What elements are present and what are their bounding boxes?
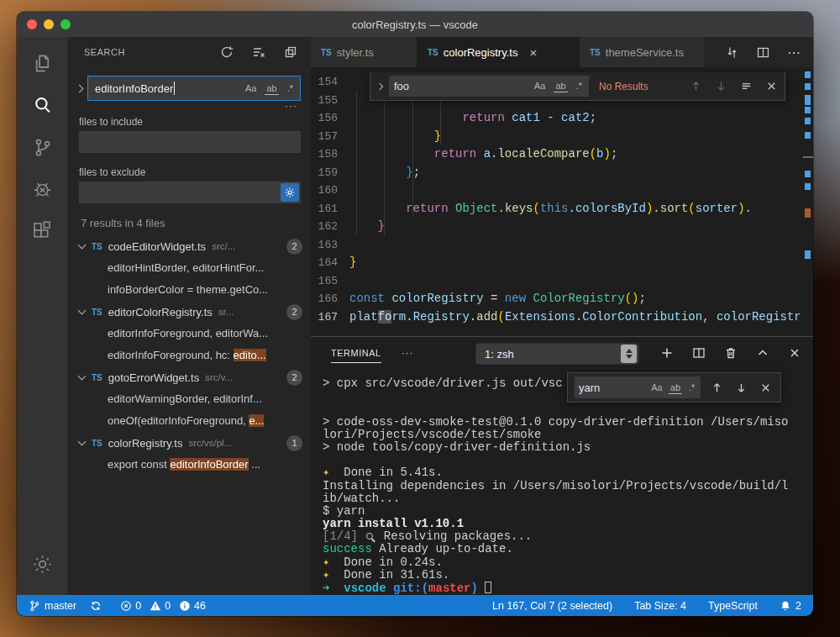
activitybar-source-control[interactable] <box>17 126 67 168</box>
code-line[interactable]: 159 }; <box>311 164 801 182</box>
activitybar-extensions[interactable] <box>17 210 67 252</box>
new-terminal-icon[interactable] <box>660 346 674 360</box>
open-changes-icon[interactable] <box>725 45 739 60</box>
chevron-down-icon[interactable] <box>78 241 87 250</box>
terminal-find-input[interactable]: yarn Aa ab .* <box>575 376 701 398</box>
git-branch-item[interactable]: master <box>29 600 76 612</box>
search-sidebar: SEARCH editorInfoBorder <box>67 37 311 595</box>
terminal-output[interactable]: > cpx src/vscode/driver.js out/vsc> code… <box>323 377 810 594</box>
warnings-icon <box>150 600 161 612</box>
terminal-tab[interactable]: TERMINAL <box>331 348 381 363</box>
match-case-toggle[interactable]: Aa <box>244 82 258 95</box>
search-result-match-row[interactable]: oneOf(editorInfoForeground, e... <box>67 410 311 432</box>
split-editor-icon[interactable] <box>756 45 770 60</box>
find-previous-icon[interactable] <box>690 80 702 92</box>
activitybar-search[interactable] <box>17 84 67 126</box>
search-result-match-row[interactable]: infoBorderColor = theme.getCo... <box>67 279 311 301</box>
code-line[interactable]: 162 } <box>311 218 801 236</box>
language-mode-item[interactable]: TypeScript <box>708 600 758 612</box>
search-result-match-row[interactable]: editorInfoForeground, editorWa... <box>67 323 311 345</box>
search-result-file-row[interactable]: TScolorRegistry.tssrc/vs/pl...1 <box>67 432 311 454</box>
settings-gear-button[interactable] <box>17 543 67 585</box>
clear-results-icon[interactable] <box>252 45 265 59</box>
close-panel-icon[interactable] <box>788 346 801 360</box>
code-line[interactable]: 166const colorRegistry = new ColorRegist… <box>311 290 801 308</box>
cursor-position-item[interactable]: Ln 167, Col 7 (2 selected) <box>492 600 612 612</box>
tab-themeservice[interactable]: TS themeService.ts <box>580 37 706 67</box>
extensions-icon <box>31 220 54 243</box>
overview-ruler-mark <box>805 132 811 139</box>
exclude-settings-gear-icon <box>284 187 296 198</box>
zoom-window-button[interactable] <box>60 19 71 29</box>
match-case-toggle[interactable]: Aa <box>649 382 664 394</box>
regex-toggle[interactable]: .* <box>286 82 295 95</box>
sync-changes-item[interactable] <box>90 600 102 612</box>
sidebar-title: SEARCH <box>84 47 125 57</box>
search-result-match-row[interactable]: editorHintBorder, editorHintFor... <box>67 257 311 279</box>
activitybar-debug[interactable] <box>17 168 67 210</box>
collapse-all-icon[interactable] <box>284 45 297 59</box>
whole-word-toggle[interactable]: ab <box>554 80 567 92</box>
close-window-button[interactable] <box>27 19 37 29</box>
code-editor[interactable]: 154155156 return cat1 - cat2;157 }158 re… <box>311 67 813 336</box>
maximize-panel-chevron-icon[interactable] <box>756 346 769 360</box>
code-line[interactable]: 165 <box>311 272 801 291</box>
kill-terminal-trash-icon[interactable] <box>724 346 738 360</box>
editor-find-widget: foo Aa ab .* No Results <box>370 72 785 101</box>
branch-name: master <box>45 600 76 612</box>
code-line[interactable]: 156 return cat1 - cat2; <box>311 109 801 128</box>
code-line[interactable]: 160 <box>311 182 801 200</box>
find-next-icon[interactable] <box>715 80 727 92</box>
files-to-exclude-input[interactable] <box>79 182 301 203</box>
code-line[interactable]: 167platform.Registry.add(Extensions.Colo… <box>311 308 801 327</box>
code-line[interactable]: 164} <box>311 254 801 272</box>
toggle-replace-chevron-icon[interactable] <box>76 84 84 92</box>
find-widget-expand-chevron-icon[interactable] <box>376 82 383 89</box>
terminal-more-icon[interactable]: ··· <box>402 347 414 359</box>
title-bar[interactable]: colorRegistry.ts — vscode <box>17 12 813 37</box>
split-terminal-icon[interactable] <box>692 346 706 360</box>
search-result-match-row[interactable]: editorWarningBorder, editorInf... <box>67 388 311 410</box>
find-input[interactable]: foo Aa ab .* <box>389 76 589 97</box>
search-input[interactable]: editorInfoBorder Aa ab .* <box>87 76 301 101</box>
close-tab-icon[interactable]: × <box>529 45 537 60</box>
problems-item[interactable]: 0 0 46 <box>115 600 206 612</box>
activitybar-explorer[interactable] <box>17 42 67 84</box>
tab-size-item[interactable]: Tab Size: 4 <box>634 600 686 612</box>
files-to-include-input[interactable] <box>79 131 301 153</box>
chevron-down-icon[interactable] <box>78 307 87 315</box>
whole-word-toggle[interactable]: ab <box>265 82 278 95</box>
tab-styler[interactable]: TS styler.ts <box>311 37 417 67</box>
editor-group: TS styler.ts TS colorRegistry.ts × TS th… <box>311 37 813 595</box>
terminal-shell-select[interactable]: 1: zsh <box>475 343 639 365</box>
close-find-icon[interactable] <box>765 80 778 92</box>
search-result-match-row[interactable]: editorInfoForeground, hc: edito... <box>67 345 311 366</box>
code-line[interactable]: 158 return a.localeCompare(b); <box>311 145 801 164</box>
editor-more-actions-icon[interactable]: ⋯ <box>787 45 801 61</box>
chevron-down-icon[interactable] <box>78 372 87 381</box>
search-result-file-row[interactable]: TSeditorColorRegistry.tssr...2 <box>67 301 311 323</box>
code-line[interactable]: 163 <box>311 236 801 255</box>
minimize-window-button[interactable] <box>44 19 54 29</box>
toggle-search-details-button[interactable]: ··· <box>67 101 311 113</box>
regex-toggle[interactable]: .* <box>687 382 696 394</box>
use-exclude-settings-button[interactable] <box>281 183 299 202</box>
notifications-item[interactable]: 2 <box>780 600 801 612</box>
find-in-selection-icon[interactable] <box>740 80 753 92</box>
tab-colorregistry[interactable]: TS colorRegistry.ts × <box>417 37 580 67</box>
search-result-file-row[interactable]: TScodeEditorWidget.tssrc/...2 <box>67 235 311 257</box>
regex-toggle[interactable]: .* <box>575 80 584 92</box>
find-next-icon[interactable] <box>735 382 748 394</box>
chevron-down-icon[interactable] <box>78 438 87 446</box>
match-case-toggle[interactable]: Aa <box>533 80 547 92</box>
find-previous-icon[interactable] <box>711 382 723 394</box>
error-count: 0 <box>135 600 141 612</box>
whole-word-toggle[interactable]: ab <box>669 382 682 394</box>
search-result-file-row[interactable]: TSgotoErrorWidget.tssrc/v...2 <box>67 366 311 388</box>
code-line[interactable]: 157 } <box>311 128 801 146</box>
refresh-icon[interactable] <box>220 45 234 59</box>
close-find-icon[interactable] <box>759 382 772 394</box>
search-result-match-row[interactable]: export const editorInfoBorder ... <box>67 454 311 476</box>
typescript-file-icon: TS <box>321 48 332 57</box>
code-line[interactable]: 161 return Object.keys(this.colorsById).… <box>311 200 801 218</box>
